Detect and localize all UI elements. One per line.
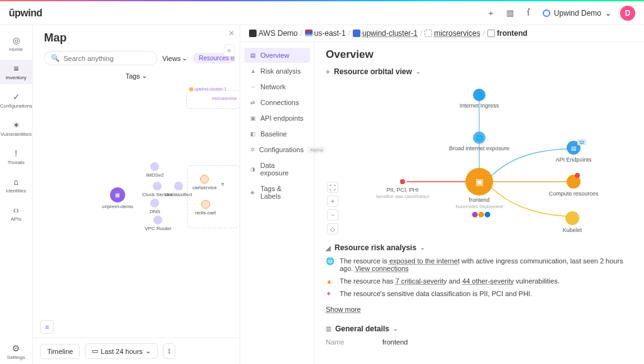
- search-field[interactable]: [64, 55, 150, 62]
- data-icon: ◑: [250, 166, 257, 172]
- namespace-icon: [425, 30, 432, 37]
- map-node-imds[interactable]: IMDSv2: [146, 162, 164, 178]
- svg-text:frontend: frontend: [469, 197, 489, 203]
- fullscreen-button[interactable]: ⛶: [327, 182, 338, 193]
- chevron-down-icon: ⌄: [393, 326, 398, 332]
- warning-icon: ▲: [326, 277, 335, 285]
- crumb-aws[interactable]: AWS Demo: [249, 29, 297, 38]
- svg-point-24: [565, 211, 579, 225]
- nav-rail: ◎Home ≡Inventory ✓Configurations ✶Vulner…: [0, 25, 33, 364]
- pin-button[interactable]: ⟟: [163, 343, 175, 359]
- zoom-in-button[interactable]: ＋: [327, 196, 338, 207]
- check-icon: ✓: [13, 92, 20, 102]
- show-more-link[interactable]: Show more: [326, 306, 361, 313]
- nav-overview[interactable]: ▤Overview: [244, 48, 310, 63]
- svg-text:Sensitive data classification: Sensitive data classification: [375, 194, 430, 199]
- map-canvas[interactable]: upwind-cluster-1 microservice ▦onprem-de…: [33, 84, 240, 320]
- code-icon: ‹›: [13, 205, 19, 215]
- chevron-down-icon: ⌄: [145, 347, 151, 355]
- globe-icon: 🌐: [326, 257, 335, 265]
- workspace-name: Upwind Demo: [554, 9, 601, 18]
- chevron-down-icon: ⌄: [605, 9, 611, 18]
- chart-icon[interactable]: ≡: [40, 320, 54, 334]
- link-view-connections[interactable]: View connections: [355, 265, 408, 272]
- rail-identities[interactable]: ⩍Identities: [0, 173, 32, 197]
- map-node-vpc[interactable]: VPC Router: [145, 216, 172, 231]
- alert-icon: !: [15, 148, 18, 158]
- rail-settings[interactable]: ⚙Settings: [0, 339, 32, 364]
- nav-configurations[interactable]: ✲ConfigurationsAlpha: [244, 142, 310, 157]
- svg-text:Broad internet exposure: Broad internet exposure: [449, 145, 509, 152]
- rail-apis[interactable]: ‹›APIs: [0, 201, 32, 226]
- risk-line-internet: 🌐The resource is exposed to the internet…: [326, 257, 633, 272]
- orbital-heading[interactable]: ⟡Resource orbital view⌄: [326, 67, 633, 76]
- map-node-onprem[interactable]: ▦onprem-demo: [102, 187, 133, 209]
- orbital-svg[interactable]: ▣ frontend Kubernetes Deployment 🟣🟠🔵 🌐 I…: [326, 81, 633, 238]
- network-icon: ↔: [250, 84, 257, 90]
- workspace-dot-icon: [543, 9, 550, 17]
- map-node-rediscart[interactable]: redis-cart: [195, 200, 216, 216]
- overview-heading: Overview: [326, 48, 633, 61]
- collapse-icon[interactable]: «: [224, 44, 235, 57]
- search-input[interactable]: 🔍: [44, 51, 157, 65]
- svg-text:▣: ▣: [475, 177, 484, 187]
- general-heading[interactable]: ☰General details⌄: [326, 324, 633, 333]
- nav-tags[interactable]: ◈Tags & Labels: [244, 181, 310, 204]
- nav-api[interactable]: ▣API endpoints: [244, 111, 310, 126]
- link-other-sev[interactable]: 44 other-severity: [462, 277, 514, 285]
- crumb-region[interactable]: us-east-1: [305, 29, 346, 38]
- run-icon[interactable]: ẛ: [524, 8, 534, 18]
- panel-icon[interactable]: ▥: [505, 8, 515, 18]
- chevron-down-icon: ⌄: [416, 69, 421, 75]
- rail-vulnerabilities[interactable]: ✶Vulnerabilities: [0, 116, 32, 141]
- svg-point-13: [400, 179, 405, 184]
- user-avatar[interactable]: D: [620, 6, 635, 21]
- zoom-out-button[interactable]: －: [327, 209, 338, 221]
- api-icon: ▣: [250, 115, 257, 121]
- link-exposed[interactable]: exposed to the internet: [389, 257, 460, 265]
- workspace-selector[interactable]: Upwind Demo ⌄: [543, 9, 611, 18]
- nav-network[interactable]: ↔Network: [244, 79, 310, 94]
- rail-inventory[interactable]: ≡Inventory: [0, 60, 32, 84]
- risk-heading[interactable]: ◢Resource risk analysis⌄: [326, 243, 633, 252]
- svg-text:🌐: 🌐: [475, 134, 484, 142]
- map-node-dns[interactable]: DNS: [150, 199, 160, 214]
- brand-logo: ūpwind: [9, 8, 42, 19]
- recenter-button[interactable]: ◇: [327, 223, 338, 234]
- calendar-icon: ▭: [92, 347, 98, 355]
- config-icon: ✲: [250, 146, 255, 153]
- rail-home[interactable]: ◎Home: [0, 31, 32, 56]
- fingerprint-icon: ✦: [326, 290, 335, 298]
- app-header: ūpwind ＋ ▥ ẛ Upwind Demo ⌄ D: [0, 1, 644, 25]
- tags-dropdown[interactable]: Tags⌄: [125, 72, 147, 80]
- nav-connections[interactable]: ⇄Connections: [244, 95, 310, 110]
- svg-text:🟠: 🟠: [478, 211, 484, 218]
- chevron-down-icon: ⌄: [420, 245, 425, 251]
- tags-icon: ◈: [250, 189, 257, 196]
- link-critical-sev[interactable]: 7 critical-severity: [396, 277, 447, 285]
- detail-nav: ▤Overview ▲Risk analysis ↔Network ⇄Conne…: [240, 42, 314, 364]
- crumb-namespace[interactable]: microservices: [425, 29, 480, 38]
- close-icon[interactable]: ✕: [228, 29, 235, 38]
- map-node-e[interactable]: e: [221, 181, 224, 187]
- nav-risk[interactable]: ▲Risk analysis: [244, 63, 310, 79]
- rail-configurations[interactable]: ✓Configurations: [0, 88, 32, 113]
- plus-icon[interactable]: ＋: [486, 8, 496, 18]
- nav-baseline[interactable]: ◧Baseline: [244, 126, 310, 141]
- resource-icon: [487, 30, 495, 37]
- detail-panel: AWS Demo/ us-east-1/ upwind-cluster-1/ m…: [240, 25, 644, 364]
- rail-threats[interactable]: !Threats: [0, 145, 32, 169]
- svg-text:PII, PCI, PHI: PII, PCI, PHI: [386, 187, 418, 193]
- views-dropdown[interactable]: Views⌄: [162, 54, 187, 62]
- baseline-icon: ◧: [250, 131, 257, 137]
- crumb-cluster[interactable]: upwind-cluster-1: [353, 29, 418, 38]
- nav-data-exposure[interactable]: ◑Data exposure: [244, 158, 310, 180]
- general-row-name: Namefrontend: [326, 338, 633, 346]
- time-range-dropdown[interactable]: ▭Last 24 hours⌄: [85, 343, 158, 359]
- map-node-cartservice[interactable]: cartservice: [192, 175, 217, 190]
- timeline-button[interactable]: Timeline: [40, 344, 80, 359]
- cluster-icon: [353, 30, 360, 37]
- risk-line-vuln: ▲The resource has 7 critical-severity an…: [326, 277, 633, 285]
- map-panel: ✕ « Map 🔍 Views⌄ Resources is not "cored…: [33, 25, 240, 364]
- svg-text:🔵: 🔵: [484, 211, 491, 218]
